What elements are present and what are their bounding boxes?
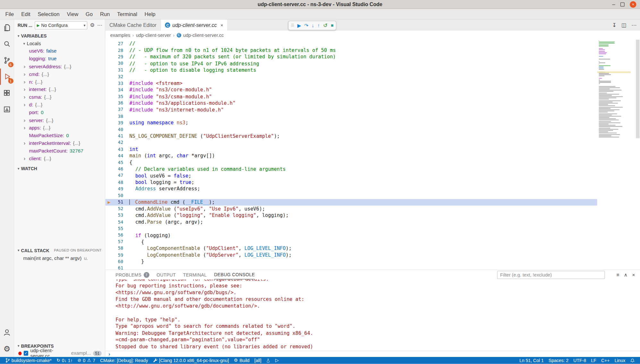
- debug-console[interactable]: Type "show configuration" for configurat…: [105, 279, 640, 351]
- debug-settings-gear-icon[interactable]: ⚙: [90, 22, 95, 28]
- code-line[interactable]: ▶51 CommandLine cmd (__FILE__);: [105, 199, 597, 206]
- ctest-button[interactable]: [264, 358, 272, 363]
- variable-row[interactable]: ›apps:{...}: [14, 124, 105, 132]
- console-filter-input[interactable]: [497, 271, 605, 279]
- close-button[interactable]: ×: [630, 1, 636, 7]
- eol-status[interactable]: LF: [589, 358, 598, 363]
- menu-item-selection[interactable]: Selection: [34, 11, 63, 17]
- call-stack-section-header[interactable]: ▾ CALL STACK PAUSED ON BREAKPOINT: [14, 246, 105, 254]
- code-line[interactable]: 31// - option to disable logging stateme…: [105, 67, 597, 73]
- download-icon[interactable]: ↧: [612, 22, 617, 28]
- code-line[interactable]: 29// - maximum of 320 packets sent (or l…: [105, 54, 597, 60]
- stop-button[interactable]: ■: [331, 23, 333, 28]
- code-line[interactable]: 34#include "ns3/core-module.h": [105, 87, 597, 93]
- code-line[interactable]: 57 {: [105, 238, 597, 245]
- step-over-button[interactable]: ↷: [304, 23, 308, 28]
- code-line[interactable]: 49 Address serverAddress;: [105, 186, 597, 192]
- continue-button[interactable]: ▶: [297, 23, 301, 28]
- code-line[interactable]: 61: [105, 265, 597, 270]
- activity-run-and-debug[interactable]: 1: [0, 69, 14, 85]
- activity-search[interactable]: [0, 36, 14, 52]
- indentation-status[interactable]: Spaces: 2: [546, 358, 570, 363]
- variable-row[interactable]: ›internet:{...}: [14, 86, 105, 93]
- breadcrumb-item-file[interactable]: udp-client-server.cc: [183, 33, 224, 37]
- step-out-button[interactable]: ↑: [317, 23, 320, 28]
- breakpoint-checkbox[interactable]: ✓: [24, 351, 28, 356]
- cursor-position-status[interactable]: Ln 51, Col 1: [518, 358, 546, 363]
- git-branch-status[interactable]: buildsystem-cmake*: [3, 358, 54, 363]
- variables-section-header[interactable]: ▾ VARIABLES: [14, 32, 105, 39]
- breakpoint-row[interactable]: ✓ udp-client-server.cc exampl... 51: [14, 350, 105, 357]
- minimap[interactable]: [597, 40, 630, 138]
- code-line[interactable]: 47 bool useV6 = false;: [105, 172, 597, 179]
- code-line[interactable]: 37#include "ns3/internet-module.h": [105, 106, 597, 113]
- step-into-button[interactable]: ↓: [312, 23, 314, 28]
- code-line[interactable]: 46 // Declare variables used in command-…: [105, 166, 597, 173]
- tab-udp-client-server[interactable]: C udp-client-server.cc ×: [161, 20, 228, 30]
- variable-row[interactable]: port:0: [14, 109, 105, 116]
- activity-source-control[interactable]: 6: [0, 52, 14, 69]
- code-line[interactable]: 58 LogComponentEnable ("UdpClient", LOG_…: [105, 245, 597, 252]
- language-mode-status[interactable]: C++: [599, 358, 612, 363]
- activity-explorer[interactable]: [0, 20, 14, 36]
- drag-grip-icon[interactable]: ⠿: [291, 23, 294, 28]
- variable-row[interactable]: ›serverAddress:{...}: [14, 63, 105, 70]
- locals-scope[interactable]: ▾ Locals: [14, 39, 105, 47]
- menu-item-view[interactable]: View: [63, 11, 82, 17]
- variable-row[interactable]: ›csma:{...}: [14, 93, 105, 101]
- variable-row[interactable]: ›interPacketInterval:{...}: [14, 139, 105, 147]
- code-line[interactable]: 60 }: [105, 258, 597, 265]
- debug-current-line-arrow[interactable]: ▶: [105, 200, 113, 204]
- debug-config-dropdown[interactable]: ▶ No Configura ▾: [35, 21, 88, 29]
- code-line[interactable]: 42: [105, 139, 597, 146]
- watch-section-header[interactable]: ▾ WATCH: [14, 164, 105, 172]
- variable-row[interactable]: logging:true: [14, 55, 105, 63]
- code-line[interactable]: 30// - option to use IPv4 or IPv6 addres…: [105, 60, 597, 67]
- code-line[interactable]: 40: [105, 126, 597, 133]
- code-line[interactable]: 35#include "ns3/csma-module.h": [105, 93, 597, 100]
- tab-problems[interactable]: PROBLEMS 7: [115, 270, 149, 279]
- variable-row[interactable]: maxPacketCount:32767: [14, 147, 105, 155]
- code-line[interactable]: 52 cmd.AddValue ("useIpv6", "Use Ipv6", …: [105, 205, 597, 212]
- code-line[interactable]: 38: [105, 113, 597, 120]
- code-line[interactable]: 43int: [105, 146, 597, 153]
- encoding-status[interactable]: UTF-8: [571, 358, 588, 363]
- more-actions-icon[interactable]: ⋯: [631, 22, 637, 28]
- code-line[interactable]: 48 bool logging = true;: [105, 179, 597, 186]
- code-line[interactable]: 50: [105, 192, 597, 199]
- maximize-panel-icon[interactable]: ∧: [624, 272, 628, 277]
- sync-status[interactable]: ↻ 0↓ 1↑: [55, 358, 75, 363]
- code-editor[interactable]: 27//28// - UDP flow from n0 to n1 of 102…: [105, 39, 640, 269]
- code-line[interactable]: 41NS_LOG_COMPONENT_DEFINE ("UdpClientSer…: [105, 133, 597, 140]
- scrollbar-thumb[interactable]: [636, 39, 639, 138]
- code-line[interactable]: 44main (int argc, char *argv[]): [105, 153, 597, 159]
- code-line[interactable]: 39using namespace ns3;: [105, 120, 597, 126]
- code-line[interactable]: 53 cmd.AddValue ("logging", "Enable logg…: [105, 212, 597, 219]
- tab-cmake-cache-editor[interactable]: CMake Cache Editor: [105, 20, 161, 30]
- menu-item-terminal[interactable]: Terminal: [114, 11, 141, 17]
- breadcrumb-item-folder[interactable]: udp-client-server: [136, 33, 171, 37]
- breadcrumb-item-examples[interactable]: examples: [110, 33, 131, 37]
- minimize-button[interactable]: –: [612, 2, 615, 6]
- variable-row[interactable]: ›client:{...}: [14, 155, 105, 162]
- code-line[interactable]: 45{: [105, 159, 597, 166]
- notifications-button[interactable]: [628, 358, 637, 363]
- build-target[interactable]: [all]: [252, 358, 264, 363]
- activity-cmake[interactable]: [0, 101, 14, 118]
- menu-item-go[interactable]: Go: [82, 11, 97, 17]
- maximize-button[interactable]: [620, 2, 625, 6]
- menu-item-edit[interactable]: Edit: [18, 11, 34, 17]
- menu-item-help[interactable]: Help: [141, 11, 159, 17]
- split-editor-icon[interactable]: ◫: [621, 22, 627, 28]
- debug-target-button[interactable]: ▷: [273, 358, 281, 363]
- editor-scrollbar[interactable]: [636, 39, 640, 269]
- close-panel-icon[interactable]: ×: [632, 272, 635, 277]
- tab-terminal[interactable]: TERMINAL: [183, 270, 207, 279]
- more-actions-icon[interactable]: ⋯: [97, 22, 103, 28]
- variable-row[interactable]: ›cmd:{...}: [14, 70, 105, 78]
- close-icon[interactable]: ×: [220, 22, 223, 28]
- cmake-kit-status[interactable]: [Clang 12.0.0 x86_64-pc-linux-gnu]: [151, 358, 231, 363]
- stack-frame[interactable]: main(int argc, char ** argv) u.: [14, 254, 105, 262]
- build-button[interactable]: ⚙ Build: [232, 358, 252, 363]
- code-line[interactable]: 59 LogComponentEnable ("UdpServer", LOG_…: [105, 252, 597, 258]
